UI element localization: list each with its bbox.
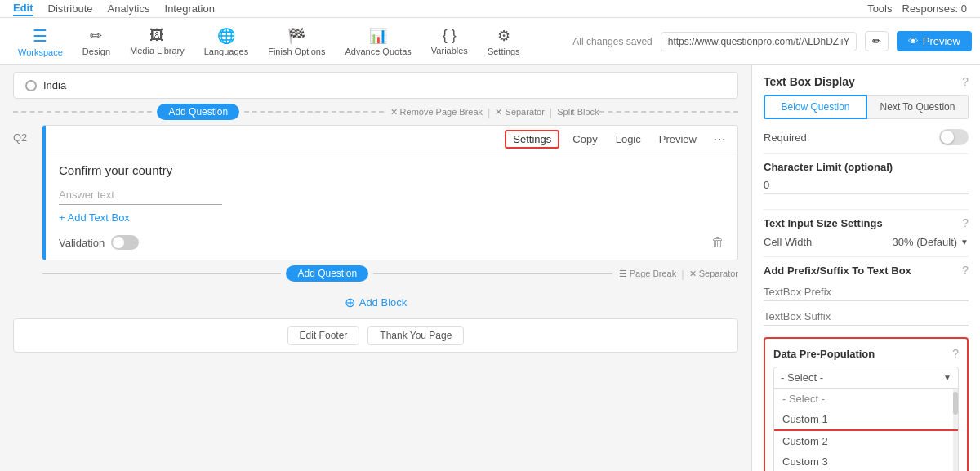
data-prepop-select[interactable]: - Select - ▼	[773, 367, 959, 389]
tools-menu[interactable]: Tools	[867, 2, 892, 15]
nav-analytics[interactable]: Analytics	[107, 2, 149, 15]
copy-button[interactable]: Copy	[568, 131, 602, 147]
text-box-display-help[interactable]: ?	[962, 75, 969, 88]
preview-button[interactable]: 👁 Preview	[897, 31, 972, 51]
advance-quotas-tab[interactable]: 📊 Advance Quotas	[335, 24, 421, 60]
nav-edit[interactable]: Edit	[13, 2, 33, 16]
data-prepop-help[interactable]: ?	[952, 347, 959, 360]
media-library-tab[interactable]: 🖼 Media Library	[120, 24, 194, 59]
workspace-tab[interactable]: ☰ Workspace	[8, 23, 73, 60]
split-block[interactable]: Split Block	[557, 107, 599, 117]
dropdown-item-select[interactable]: - Select -	[774, 389, 958, 409]
settings-tab[interactable]: ⚙ Settings	[478, 24, 530, 60]
design-tab[interactable]: ✏ Design	[73, 24, 120, 60]
add-block-button[interactable]: ⊕ Add Block	[345, 295, 408, 310]
separator-2[interactable]: ✕ Separator	[689, 269, 738, 279]
separator-1[interactable]: ✕ Separator	[495, 107, 544, 118]
answer-text: Answer text	[59, 185, 222, 205]
char-limit-input[interactable]	[764, 176, 969, 194]
prefix-suffix-help[interactable]: ?	[962, 264, 969, 277]
survey-url[interactable]	[661, 32, 857, 51]
variables-tab[interactable]: { } Variables	[421, 24, 478, 59]
next-to-question-btn[interactable]: Next To Question	[867, 95, 969, 119]
chevron-down-select-icon: ▼	[943, 373, 951, 382]
required-toggle[interactable]	[939, 129, 969, 145]
edit-url-button[interactable]: ✏	[865, 31, 889, 51]
responses-count: Responses: 0	[902, 2, 968, 15]
remove-page-break[interactable]: ✕ Remove Page Break	[390, 107, 483, 118]
text-box-display-title: Text Box Display	[764, 75, 855, 88]
chevron-down-icon: ▼	[960, 238, 969, 247]
cell-width-label: Cell Width	[764, 236, 812, 248]
add-textbox[interactable]: + Add Text Box	[59, 211, 130, 224]
page-break[interactable]: ☰ Page Break	[619, 269, 677, 279]
text-input-size-title: Text Input Size Settings	[764, 217, 883, 229]
textbox-prefix-input[interactable]	[764, 283, 969, 301]
validation-label: Validation	[59, 237, 105, 249]
add-block-row: ⊕ Add Block	[13, 287, 738, 318]
finish-options-tab[interactable]: 🏁 Finish Options	[258, 24, 335, 60]
required-label: Required	[764, 131, 807, 144]
nav-distribute[interactable]: Distribute	[48, 2, 93, 15]
add-question-button-2[interactable]: Add Question	[286, 265, 368, 282]
dropdown-item-custom2[interactable]: Custom 2	[774, 431, 958, 451]
dropdown-menu: - Select - Custom 1 Custom 2 Custom 3 Cu…	[773, 389, 959, 471]
dropdown-item-custom1[interactable]: Custom 1	[774, 409, 958, 431]
saved-status: All changes saved	[572, 36, 652, 47]
edit-footer-button[interactable]: Edit Footer	[287, 326, 360, 345]
char-limit-label: Character Limit (optional)	[764, 161, 893, 173]
textbox-suffix-input[interactable]	[764, 308, 969, 326]
radio-circle	[25, 80, 37, 91]
prefix-suffix-title: Add Prefix/Suffix To Text Box	[764, 264, 911, 277]
settings-button[interactable]: Settings	[505, 130, 559, 149]
eye-icon: 👁	[908, 35, 919, 47]
dropdown-item-custom3[interactable]: Custom 3	[774, 451, 958, 471]
select-label: - Select -	[781, 371, 943, 384]
question-block: Settings Copy Logic Preview ⋯ Confirm yo…	[42, 125, 738, 260]
cell-width-value[interactable]: 30% (Default) ▼	[893, 236, 969, 248]
validation-toggle[interactable]	[111, 235, 139, 250]
preview-q-button[interactable]: Preview	[654, 131, 702, 147]
more-options-button[interactable]: ⋯	[710, 130, 729, 149]
below-question-btn[interactable]: Below Question	[764, 95, 867, 119]
question-number: Q2	[13, 125, 36, 144]
text-input-size-help[interactable]: ?	[962, 216, 969, 229]
delete-icon[interactable]: 🗑	[711, 235, 724, 250]
logic-button[interactable]: Logic	[611, 131, 646, 147]
data-prepop-title: Data Pre-Population	[773, 348, 875, 360]
thank-you-page-button[interactable]: Thank You Page	[368, 326, 464, 345]
india-option: India	[43, 79, 66, 91]
question-title: Confirm your country	[59, 163, 724, 177]
add-question-button-1[interactable]: Add Question	[157, 104, 239, 120]
nav-integration[interactable]: Integration	[165, 2, 215, 15]
plus-circle-icon: ⊕	[345, 295, 355, 310]
languages-tab[interactable]: 🌐 Languages	[194, 24, 258, 60]
